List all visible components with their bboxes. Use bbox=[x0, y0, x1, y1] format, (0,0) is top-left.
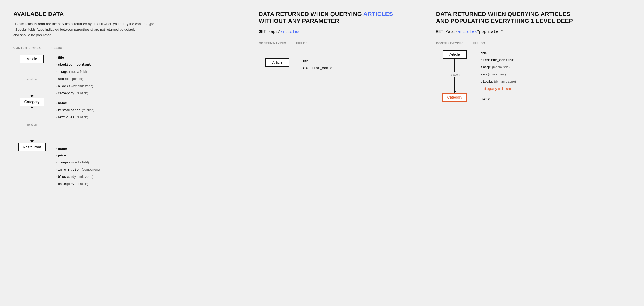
nodes-col-article-2: Article bbox=[259, 55, 296, 72]
fields-article-1: title ckeditor_content image(media field… bbox=[51, 52, 237, 98]
col-header-content-type-1: CONTENT-TYPES bbox=[13, 46, 51, 49]
arrow-line-4 bbox=[32, 127, 32, 140]
col-header-content-type-2: CONTENT-TYPES bbox=[259, 42, 296, 45]
col-header-fields-2: FIELDS bbox=[296, 42, 415, 45]
node-block-article-3: Article relation title ckeditor_content … bbox=[436, 47, 631, 93]
col-header-fields-3: FIELDS bbox=[473, 42, 631, 45]
field-ckeditor-3: ckeditor_content bbox=[479, 57, 631, 64]
nodes-col-article-1: Article relation bbox=[13, 52, 51, 98]
nodes-col-category-1: Category relation bbox=[13, 98, 51, 143]
field-category-rest-1: category(relation) bbox=[56, 180, 237, 188]
panel1-subtitle: Basic fields in bold are the only fields… bbox=[13, 21, 237, 38]
panel2-api-highlight: articles bbox=[280, 30, 300, 34]
panel-query-populate: DATA RETURNED WHEN QUERYING ARTICLESAND … bbox=[436, 11, 631, 188]
article-node-3: Article bbox=[443, 50, 467, 59]
field-blocks-3: blocks(dynamic zone) bbox=[479, 78, 631, 85]
restaurant-node-1: Restaurant bbox=[18, 143, 46, 151]
field-title-2: title bbox=[301, 58, 415, 65]
field-name-cat-1: name bbox=[56, 100, 237, 107]
field-name-rest-1: name bbox=[56, 145, 237, 152]
node-block-category-3: Category name bbox=[436, 93, 631, 102]
field-category-3: category(relation) bbox=[479, 85, 631, 92]
subtitle-line-2: Special fields (type indicated between p… bbox=[13, 27, 237, 38]
col-headers-1: CONTENT-TYPES FIELDS bbox=[13, 46, 237, 49]
category-node-1: Category bbox=[20, 98, 44, 106]
node-block-article-2: Article title ckeditor_content bbox=[259, 55, 415, 72]
col-header-content-type-3: CONTENT-TYPES bbox=[436, 42, 473, 45]
field-blocks-rest-1: blocks(dynamic zone) bbox=[56, 173, 237, 180]
field-title-3: title bbox=[479, 50, 631, 57]
panel-query-no-param: DATA RETURNED WHEN QUERYING ARTICLES WIT… bbox=[259, 11, 425, 188]
col-header-fields-1: FIELDS bbox=[51, 46, 237, 49]
connector-article-category-1: relation bbox=[27, 63, 37, 98]
arrow-line-1 bbox=[32, 63, 32, 76]
field-seo-1: seo(component) bbox=[56, 75, 237, 83]
panel2-api-endpoint: GET /api/articles bbox=[259, 30, 415, 34]
fields-category-1: name restaurants(relation) articles(rela… bbox=[51, 98, 237, 143]
field-title-1: title bbox=[56, 54, 237, 61]
node-block-restaurant-1: Restaurant name price images(media field… bbox=[13, 143, 237, 188]
arrow-down-1 bbox=[30, 95, 34, 98]
panel3-api-endpoint: GET /api/articles?populate=* bbox=[436, 30, 631, 34]
panel1-title: AVAILABLE DATA bbox=[13, 11, 237, 18]
arrow-line-2 bbox=[32, 82, 32, 95]
panel2-title-text: DATA RETURNED WHEN QUERYING bbox=[259, 11, 363, 17]
page-wrapper: AVAILABLE DATA Basic fields in bold are … bbox=[13, 11, 631, 188]
panel3-api-highlight: articles bbox=[458, 30, 477, 34]
field-seo-3: seo(component) bbox=[479, 71, 631, 78]
panel2-title: DATA RETURNED WHEN QUERYING ARTICLES WIT… bbox=[259, 11, 415, 25]
fields-article-3: title ckeditor_content image(media field… bbox=[473, 47, 631, 93]
field-ckeditor-1: ckeditor_content bbox=[56, 61, 237, 68]
field-image-3: image(media field) bbox=[479, 64, 631, 71]
relation-label-1: relation bbox=[27, 78, 37, 81]
relation-label-2: relation bbox=[27, 123, 37, 126]
field-blocks-1: blocks(dynamic zone) bbox=[56, 83, 237, 90]
panel3-title: DATA RETURNED WHEN QUERYING ARTICLESAND … bbox=[436, 11, 631, 25]
field-name-cat-3: name bbox=[479, 95, 631, 102]
arrow-line-3 bbox=[32, 108, 32, 122]
arrow-line-5 bbox=[454, 59, 455, 72]
arrow-line-6 bbox=[454, 77, 455, 91]
fields-category-3: name bbox=[473, 93, 631, 102]
node-block-article-1: Article relation title ckeditor_content … bbox=[13, 52, 237, 98]
panel2-title-highlight: ARTICLES bbox=[363, 11, 393, 17]
panel-available-data: AVAILABLE DATA Basic fields in bold are … bbox=[13, 11, 248, 188]
subtitle-line-1: Basic fields in bold are the only fields… bbox=[13, 21, 237, 27]
panel2-title-suffix: WITHOUT ANY PARAMETER bbox=[259, 18, 339, 24]
category-node-3: Category bbox=[442, 93, 467, 102]
field-information-1: information(component) bbox=[56, 166, 237, 173]
arrow-down-2 bbox=[30, 140, 34, 143]
relation-label-3: relation bbox=[450, 73, 460, 76]
field-price-1: price bbox=[56, 152, 237, 159]
field-image-1: image(media field) bbox=[56, 68, 237, 75]
field-images-1: images(media field) bbox=[56, 159, 237, 166]
col-headers-2: CONTENT-TYPES FIELDS bbox=[259, 42, 415, 45]
article-node-2: Article bbox=[265, 58, 289, 67]
nodes-col-restaurant-1: Restaurant bbox=[13, 143, 51, 188]
field-restaurants-1: restaurants(relation) bbox=[56, 107, 237, 114]
connector-article-category-3: relation bbox=[450, 59, 460, 93]
fields-restaurant-1: name price images(media field) informati… bbox=[51, 143, 237, 188]
nodes-col-article-3: Article relation bbox=[436, 47, 473, 93]
connector-category-restaurant-1: relation bbox=[27, 106, 37, 143]
article-node-1: Article bbox=[20, 55, 44, 63]
col-headers-3: CONTENT-TYPES FIELDS bbox=[436, 42, 631, 45]
node-block-category-1: Category relation name restaurants(relat… bbox=[13, 98, 237, 143]
field-ckeditor-2: ckeditor_content bbox=[301, 65, 415, 72]
arrow-down-3 bbox=[453, 91, 456, 93]
arrow-up-1 bbox=[30, 106, 34, 108]
field-articles-1: articles(relation) bbox=[56, 114, 237, 121]
nodes-col-category-3: Category bbox=[436, 93, 473, 102]
field-category-1: category(relation) bbox=[56, 90, 237, 97]
fields-article-2: title ckeditor_content bbox=[296, 55, 415, 72]
